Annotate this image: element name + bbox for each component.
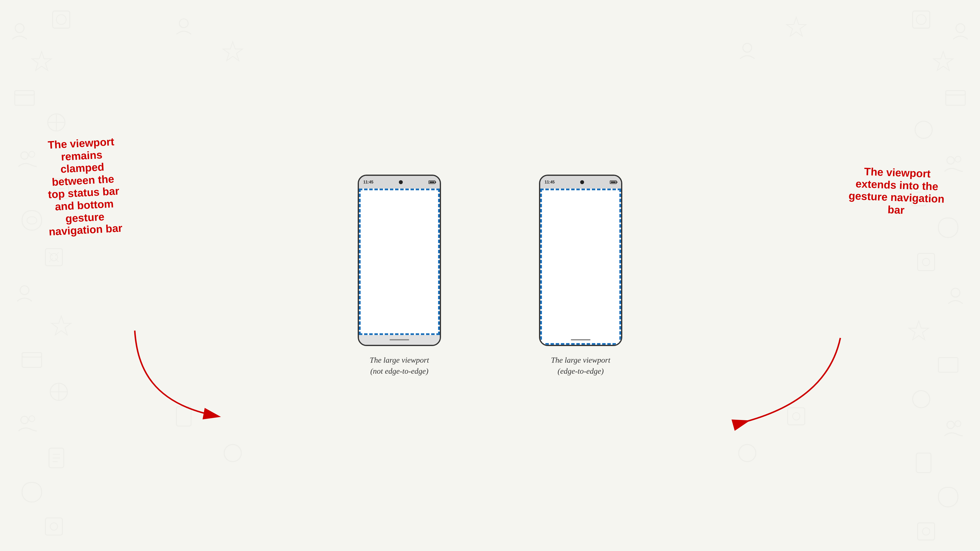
phone1-camera: [399, 180, 403, 184]
phone1-nav-pill: [390, 339, 409, 340]
phone2-container: 11:45 The large viewport (edge-to-edge): [539, 175, 622, 376]
phone2-camera: [580, 180, 584, 184]
phone2-nav-pill: [571, 339, 590, 340]
phone1-battery: [428, 181, 435, 184]
phone2-mockup: 11:45: [539, 175, 622, 346]
phone2-caption: The large viewport (edge-to-edge): [551, 355, 610, 376]
phone2-viewport: [540, 189, 621, 345]
phone2-nav-bar: [540, 335, 621, 345]
phone1-viewport: [359, 189, 440, 335]
main-content: 11:45 The large viewport (not edge-to-ed…: [0, 0, 980, 551]
phone2-battery: [610, 181, 617, 184]
phone1-mockup: 11:45: [358, 175, 441, 346]
phone2-time: 11:45: [545, 180, 555, 184]
phone1-nav-bar: [359, 335, 440, 345]
phone1-caption: The large viewport (not edge-to-edge): [370, 355, 429, 376]
phone1-status-bar: 11:45: [359, 176, 440, 189]
phone1-time: 11:45: [363, 180, 373, 184]
phone1-container: 11:45 The large viewport (not edge-to-ed…: [358, 175, 441, 376]
phone2-status-bar: 11:45: [540, 176, 621, 189]
